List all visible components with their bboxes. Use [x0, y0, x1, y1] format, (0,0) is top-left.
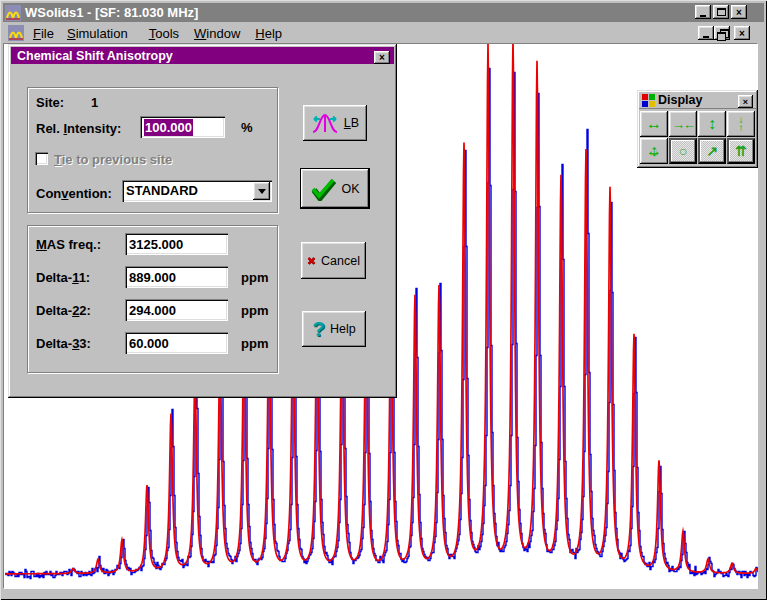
delta-33-label: Delta-33:: [36, 336, 91, 351]
delta-22-unit: ppm: [241, 303, 268, 318]
menu-tools[interactable]: Tools: [147, 25, 181, 42]
delta-22-label: Delta-22:: [36, 303, 91, 318]
select-region-icon: ○: [679, 143, 687, 159]
dialog-title-bar[interactable]: Chemical Shift Anisotropy ×: [11, 47, 394, 64]
center-peaks-icon: ↔↕: [646, 139, 662, 163]
grid-tools-icon: ⇈: [735, 143, 747, 159]
check-icon: [310, 177, 336, 201]
mas-freq-label: MAS freq.:: [36, 237, 101, 252]
collapse-horizontal-button[interactable]: →←: [669, 111, 697, 137]
site-value: 1: [91, 95, 98, 110]
display-icon: [642, 94, 655, 107]
child-window-controls: ×: [698, 26, 750, 40]
expand-horizontal-button[interactable]: ↔: [640, 111, 668, 137]
x-icon: [307, 250, 316, 272]
close-icon: ×: [379, 52, 385, 63]
expand-horizontal-icon: ↔: [646, 116, 662, 132]
tie-checkbox[interactable]: [35, 152, 48, 165]
cancel-button-label: Cancel: [321, 254, 360, 268]
delta-11-unit: ppm: [241, 270, 268, 285]
grid-tools-button: ⇈: [727, 138, 755, 164]
minimize-icon: [700, 15, 706, 17]
dialog-close-button[interactable]: ×: [374, 51, 390, 64]
title-bar[interactable]: WSolids1 - [SF: 81.030 MHz] ×: [3, 3, 764, 22]
collapse-vertical-icon: ↓↑: [739, 116, 744, 132]
ok-button-label: OK: [341, 182, 359, 196]
tie-checkbox-label: Tie to previous site: [54, 152, 172, 167]
convention-combobox[interactable]: STANDARD: [122, 180, 272, 202]
app-window: WSolids1 - [SF: 81.030 MHz] × File Simul…: [0, 0, 767, 600]
zoom-region-icon: ↗: [706, 143, 718, 159]
close-icon: ×: [736, 7, 742, 18]
child-restore-button[interactable]: [714, 26, 730, 40]
menu-help[interactable]: Help: [253, 25, 284, 42]
minimize-button[interactable]: [695, 5, 711, 19]
convention-value: STANDARD: [126, 183, 198, 198]
help-button[interactable]: ? Help: [302, 311, 366, 347]
app-icon: [5, 5, 21, 21]
rel-intensity-unit: %: [241, 120, 253, 135]
display-panel: Display × ↔ →← ↕ ↓↑ ↔↕ ○ ↗ ⇈: [637, 90, 758, 168]
selected-text: 100.000: [144, 119, 193, 136]
delta-33-unit: ppm: [241, 336, 268, 351]
convention-dropdown-button[interactable]: [253, 182, 270, 200]
menu-simulation[interactable]: Simulation: [65, 25, 130, 42]
maximize-icon: [717, 8, 726, 16]
child-minimize-button[interactable]: [698, 26, 714, 40]
mas-freq-field[interactable]: 3125.000: [125, 233, 228, 255]
window-controls: ×: [695, 5, 747, 19]
delta-11-label: Delta-11:: [36, 270, 90, 285]
collapse-vertical-button[interactable]: ↓↑: [727, 111, 755, 137]
collapse-horizontal-icon: →←: [672, 118, 694, 131]
convention-label: Convention:: [36, 186, 112, 201]
help-button-label: Help: [330, 322, 356, 336]
expand-vertical-icon: ↕: [708, 116, 716, 132]
maximize-button[interactable]: [713, 5, 729, 19]
close-icon: ×: [743, 97, 748, 107]
display-panel-title-bar[interactable]: Display ×: [639, 92, 756, 109]
expand-vertical-button[interactable]: ↕: [698, 111, 726, 137]
close-button[interactable]: ×: [731, 5, 747, 19]
close-icon: ×: [739, 28, 745, 39]
display-close-button[interactable]: ×: [738, 95, 753, 108]
rel-intensity-field[interactable]: 100.000: [140, 116, 225, 138]
restore-icon: [717, 29, 727, 38]
question-icon: ?: [312, 317, 325, 341]
site-label: Site:: [36, 95, 64, 110]
zoom-region-button: ↗: [698, 138, 726, 164]
window-title: WSolids1 - [SF: 81.030 MHz]: [25, 5, 198, 20]
select-region-button: ○: [669, 138, 697, 164]
menu-bar: File Simulation Tools Window Help ×: [3, 23, 764, 43]
delta-33-field[interactable]: 60.000: [125, 332, 228, 354]
delta-22-field[interactable]: 294.000: [125, 299, 228, 321]
child-close-button[interactable]: ×: [734, 26, 750, 40]
line-broadening-icon: [311, 111, 339, 135]
lb-button-label: LB: [344, 116, 359, 130]
delta-11-field[interactable]: 889.000: [125, 266, 228, 288]
display-panel-title: Display: [658, 93, 702, 107]
lb-button[interactable]: LB: [303, 105, 367, 141]
csa-dialog: Chemical Shift Anisotropy × Site: 1 Rel.…: [8, 44, 397, 398]
ok-button[interactable]: OK: [301, 169, 369, 208]
cancel-button[interactable]: Cancel: [301, 242, 366, 279]
rel-intensity-label: Rel. Intensity:: [36, 121, 121, 136]
center-peaks-button[interactable]: ↔↕: [640, 138, 668, 164]
menu-file[interactable]: File: [31, 25, 56, 42]
dialog-title: Chemical Shift Anisotropy: [17, 49, 173, 63]
document-icon: [8, 25, 24, 41]
chevron-down-icon: [258, 189, 266, 194]
menu-window[interactable]: Window: [192, 25, 242, 42]
minimize-icon: [703, 36, 709, 38]
